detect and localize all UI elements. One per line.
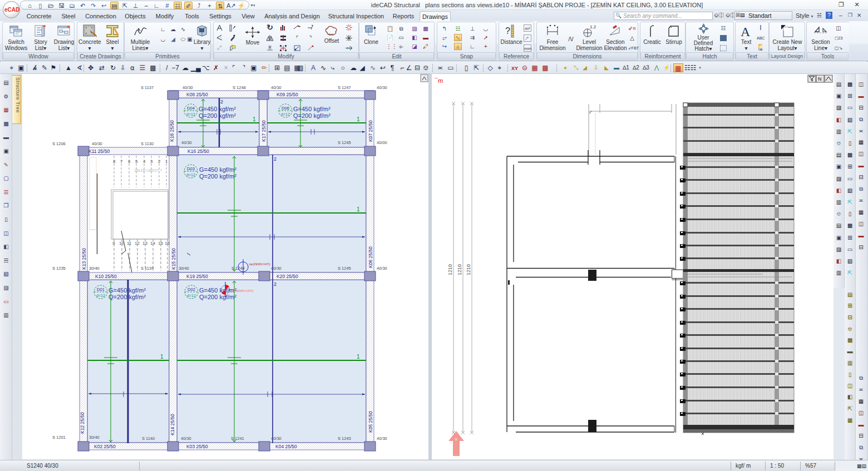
svg-text:Q=200 kgf/m²: Q=200 kgf/m²	[293, 112, 331, 119]
svg-text:40/30: 40/30	[183, 85, 193, 90]
svg-text:5: 5	[135, 159, 138, 164]
svg-text:K13 25/50: K13 25/50	[81, 248, 87, 270]
svg-text:S 1130: S 1130	[141, 141, 154, 146]
svg-text:1: 1	[165, 159, 168, 164]
svg-text:Q=200 kgf/m²: Q=200 kgf/m²	[199, 294, 236, 300]
svg-text:12: 12	[135, 241, 140, 246]
svg-text:K03 25/50: K03 25/50	[186, 444, 208, 449]
svg-text:S 1241: S 1241	[231, 436, 244, 441]
svg-text:S 1243: S 1243	[338, 436, 351, 441]
svg-text:1: 1	[357, 206, 360, 212]
svg-text:K18 25/50: K18 25/50	[169, 120, 175, 142]
svg-text:1210: 1210	[466, 264, 471, 275]
svg-text:K02 25/50: K02 25/50	[94, 444, 116, 449]
svg-text:K08 25/50: K08 25/50	[186, 92, 208, 97]
svg-text:K10 25/50: K10 25/50	[95, 274, 117, 279]
svg-text:3: 3	[150, 159, 153, 164]
svg-text:N: N	[818, 76, 822, 82]
svg-text:G=450 kgf/m²: G=450 kgf/m²	[108, 287, 146, 294]
svg-text:S 1245: S 1245	[338, 266, 351, 271]
svg-text:d=12: d=12	[96, 294, 105, 298]
svg-text:?: ?	[505, 26, 510, 36]
svg-text:2: 2	[274, 156, 277, 162]
svg-text:K04 25/50: K04 25/50	[275, 444, 297, 449]
svg-text:S 1247: S 1247	[338, 85, 351, 90]
svg-text:30/40: 30/40	[89, 266, 100, 271]
svg-text:d=12: d=12	[187, 294, 196, 298]
svg-text:d=12: d=12	[186, 173, 195, 177]
svg-text:2: 2	[274, 281, 277, 287]
svg-text:1: 1	[160, 354, 164, 360]
svg-text:D01: D01	[97, 287, 105, 292]
svg-text:1: 1	[357, 116, 360, 122]
svg-text:D06: D06	[282, 106, 289, 111]
svg-text:1210: 1210	[457, 264, 462, 275]
svg-text:d=12: d=12	[186, 112, 195, 116]
svg-text:S 1245: S 1245	[338, 140, 351, 145]
svg-text:10: 10	[119, 241, 124, 246]
svg-text:K05 25/50: K05 25/50	[368, 411, 373, 433]
svg-text:K16 25/50: K16 25/50	[188, 148, 209, 154]
svg-text:16: 16	[165, 241, 170, 246]
svg-text:S 1206: S 1206	[52, 141, 66, 146]
svg-text:S 1235: S 1235	[52, 266, 66, 271]
svg-text:40/30: 40/30	[377, 436, 387, 441]
svg-text:D04: D04	[187, 106, 195, 111]
svg-text:4: 4	[143, 159, 146, 164]
svg-text:8: 8	[113, 159, 116, 164]
svg-text:G=450 kgf/m²: G=450 kgf/m²	[199, 106, 236, 112]
svg-text:30(ZEMIN KATI): 30(ZEMIN KATI)	[231, 289, 253, 292]
svg-text:7: 7	[120, 159, 123, 164]
svg-text:40/30: 40/30	[271, 85, 282, 90]
svg-text:40/30: 40/30	[271, 266, 282, 271]
svg-text:40/30: 40/30	[181, 436, 191, 441]
svg-text:1210: 1210	[447, 264, 453, 275]
svg-text:40/00: 40/00	[377, 140, 387, 145]
svg-text:kat(ZEMIN KATI): kat(ZEMIN KATI)	[249, 262, 270, 266]
svg-text:40/30: 40/30	[377, 85, 387, 90]
svg-text:40/30: 40/30	[181, 140, 192, 145]
svg-text:S 1139: S 1139	[141, 266, 154, 271]
svg-text:¯m: ¯m	[434, 77, 443, 84]
svg-text:S 1201: S 1201	[52, 435, 66, 440]
svg-text:G=450 kgf/m²: G=450 kgf/m²	[293, 106, 331, 112]
svg-text:A: A	[741, 24, 751, 38]
svg-text:40/30: 40/30	[377, 266, 387, 271]
svg-text:40/30: 40/30	[271, 436, 282, 441]
svg-text:9: 9	[112, 241, 115, 246]
svg-text:Q=200 kgf/m²: Q=200 kgf/m²	[199, 173, 236, 180]
svg-text:S 1248: S 1248	[233, 85, 246, 90]
svg-text:K15 25/50: K15 25/50	[171, 248, 176, 270]
svg-text:13: 13	[142, 241, 147, 246]
svg-text:16x16=160/27.7: 16x16=160/27.7	[134, 168, 162, 172]
svg-text:1: 1	[357, 354, 360, 360]
svg-text:D02: D02	[188, 287, 195, 292]
svg-text:15: 15	[158, 241, 163, 246]
svg-text:6: 6	[128, 159, 131, 164]
svg-text:14: 14	[150, 241, 155, 246]
svg-text:G=450 kgf/m²: G=450 kgf/m²	[199, 166, 236, 173]
svg-text:2: 2	[220, 99, 223, 105]
svg-text:1.2: 1.2	[590, 24, 596, 29]
svg-text:K12 25/50: K12 25/50	[80, 412, 85, 434]
svg-text:d=12: d=12	[281, 112, 290, 116]
svg-text:30/40: 30/40	[89, 435, 100, 440]
svg-text:S 1137: S 1137	[141, 85, 154, 90]
svg-text:K20 25/50: K20 25/50	[277, 274, 298, 279]
svg-text:Q=200 kgf/m²: Q=200 kgf/m²	[199, 112, 236, 119]
svg-text:Q=200 kgf/m²: Q=200 kgf/m²	[108, 294, 146, 300]
svg-text:11: 11	[127, 241, 132, 246]
svg-text:K07 25/50: K07 25/50	[368, 120, 373, 142]
svg-text:K17 25/50: K17 25/50	[261, 120, 267, 142]
svg-text:30/40: 30/40	[179, 266, 189, 271]
svg-text:K09 25/50: K09 25/50	[277, 92, 298, 97]
svg-text:40/30: 40/30	[92, 141, 102, 146]
svg-text:Y: Y	[455, 437, 458, 442]
svg-text:K11 25/50: K11 25/50	[88, 148, 110, 154]
svg-text:D03: D03	[187, 166, 195, 171]
svg-text:2: 2	[158, 159, 161, 164]
svg-text:S 1140: S 1140	[142, 436, 155, 441]
svg-text:1: 1	[253, 116, 256, 122]
svg-text:K19 25/50: K19 25/50	[186, 274, 208, 279]
svg-text:K14 25/50: K14 25/50	[170, 414, 175, 435]
